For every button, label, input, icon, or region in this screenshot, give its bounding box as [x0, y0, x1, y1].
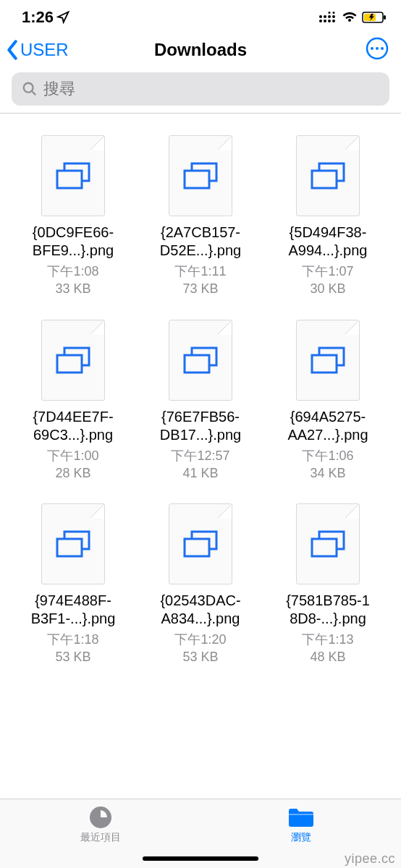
- tab-label: 瀏覽: [291, 831, 311, 844]
- svg-rect-35: [185, 539, 209, 556]
- image-stack-icon: [56, 530, 90, 558]
- file-size: 33 KB: [55, 280, 90, 297]
- file-time: 下午1:11: [174, 263, 226, 280]
- image-stack-icon: [183, 530, 218, 558]
- file-thumbnail: [41, 320, 105, 401]
- svg-point-17: [381, 47, 384, 50]
- image-stack-icon: [311, 162, 345, 190]
- image-stack-icon: [56, 346, 90, 374]
- svg-point-16: [376, 47, 379, 50]
- svg-rect-37: [312, 539, 337, 556]
- file-thumbnail: [169, 320, 232, 401]
- svg-point-1: [319, 20, 322, 22]
- svg-rect-29: [185, 355, 209, 373]
- tab-label: 最近項目: [80, 831, 121, 844]
- file-time: 下午1:07: [302, 263, 353, 280]
- location-icon: [56, 11, 69, 24]
- image-stack-icon: [183, 346, 218, 374]
- file-size: 48 KB: [310, 648, 345, 665]
- image-stack-icon: [183, 162, 218, 190]
- file-thumbnail: [296, 503, 360, 584]
- svg-point-2: [319, 15, 322, 18]
- file-name: {7D44EE7F-69C3...}.png: [33, 408, 113, 444]
- wifi-icon: [342, 12, 358, 23]
- file-item[interactable]: {7581B785-18D8-...}.png 下午1:13 48 KB: [269, 503, 387, 666]
- file-size: 30 KB: [310, 280, 345, 297]
- more-button[interactable]: [365, 36, 389, 64]
- file-name: {0DC9FE66-BFE9...}.png: [33, 224, 114, 260]
- cellular-icon: [318, 12, 337, 23]
- status-bar: 1:26: [0, 0, 401, 32]
- file-time: 下午1:18: [47, 631, 98, 648]
- watermark: yipee.cc: [345, 851, 395, 867]
- file-size: 53 KB: [55, 648, 90, 665]
- file-time: 下午1:06: [302, 447, 353, 464]
- svg-line-19: [32, 91, 35, 95]
- status-right-group: [318, 12, 387, 23]
- back-button[interactable]: USER: [6, 40, 69, 60]
- file-time: 下午1:20: [174, 631, 226, 648]
- svg-point-10: [333, 12, 335, 14]
- file-thumbnail: [41, 503, 105, 584]
- file-item[interactable]: {694A5275-AA27...}.png 下午1:06 34 KB: [269, 320, 387, 482]
- file-name: {02543DAC-A834...}.png: [160, 592, 240, 628]
- svg-rect-33: [57, 539, 82, 556]
- svg-rect-12: [384, 15, 386, 20]
- file-thumbnail: [296, 320, 360, 401]
- svg-rect-27: [57, 355, 82, 373]
- file-item[interactable]: {7D44EE7F-69C3...}.png 下午1:00 28 KB: [14, 320, 132, 482]
- clock-icon: [88, 805, 113, 830]
- file-size: 28 KB: [55, 464, 90, 482]
- page-title: Downloads: [154, 40, 247, 60]
- svg-point-6: [328, 15, 331, 18]
- file-time: 下午1:08: [47, 263, 98, 280]
- svg-rect-23: [185, 171, 209, 188]
- svg-point-9: [332, 15, 335, 18]
- status-time-group: 1:26: [22, 8, 69, 27]
- image-stack-icon: [311, 530, 345, 558]
- svg-point-18: [24, 83, 33, 93]
- svg-point-15: [371, 47, 373, 50]
- file-thumbnail: [41, 135, 105, 216]
- file-item[interactable]: {974E488F-B3F1-...}.png 下午1:18 53 KB: [14, 503, 132, 666]
- svg-marker-0: [58, 12, 68, 22]
- svg-rect-31: [312, 355, 337, 373]
- file-name: {5D494F38-A994...}.png: [289, 224, 368, 260]
- file-item[interactable]: {2A7CB157-D52E...}.png 下午1:11 73 KB: [142, 135, 259, 298]
- svg-rect-21: [57, 171, 82, 188]
- folder-icon: [287, 805, 316, 830]
- file-item[interactable]: {02543DAC-A834...}.png 下午1:20 53 KB: [142, 503, 259, 666]
- search-bar[interactable]: [12, 72, 389, 106]
- chevron-left-icon: [6, 40, 19, 60]
- file-item[interactable]: {5D494F38-A994...}.png 下午1:07 30 KB: [269, 135, 387, 298]
- home-indicator[interactable]: [143, 856, 258, 861]
- battery-icon: [362, 12, 387, 23]
- search-icon: [22, 81, 38, 97]
- file-item[interactable]: {0DC9FE66-BFE9...}.png 下午1:08 33 KB: [14, 135, 132, 298]
- file-size: 34 KB: [310, 464, 345, 482]
- nav-bar: USER Downloads: [0, 32, 401, 69]
- file-time: 下午1:00: [47, 447, 98, 464]
- more-icon: [365, 36, 389, 61]
- file-name: {974E488F-B3F1-...}.png: [31, 592, 116, 628]
- tab-bar: 最近項目 瀏覽: [0, 799, 401, 868]
- file-size: 73 KB: [182, 280, 218, 297]
- file-thumbnail: [296, 135, 360, 216]
- file-name: {76E7FB56-DB17...}.png: [160, 408, 241, 444]
- file-time: 下午1:13: [302, 631, 353, 648]
- search-input[interactable]: [43, 80, 379, 98]
- file-size: 41 KB: [182, 464, 218, 482]
- file-name: {694A5275-AA27...}.png: [287, 408, 368, 444]
- file-thumbnail: [169, 135, 232, 216]
- status-time: 1:26: [22, 8, 54, 27]
- svg-point-5: [328, 20, 331, 22]
- file-time: 下午12:57: [171, 447, 229, 464]
- file-name: {2A7CB157-D52E...}.png: [160, 224, 241, 260]
- back-label: USER: [20, 40, 69, 60]
- file-thumbnail: [169, 503, 232, 584]
- svg-point-3: [324, 20, 326, 22]
- svg-point-4: [324, 15, 326, 18]
- svg-point-7: [329, 12, 331, 14]
- image-stack-icon: [56, 162, 90, 190]
- file-item[interactable]: {76E7FB56-DB17...}.png 下午12:57 41 KB: [142, 320, 259, 482]
